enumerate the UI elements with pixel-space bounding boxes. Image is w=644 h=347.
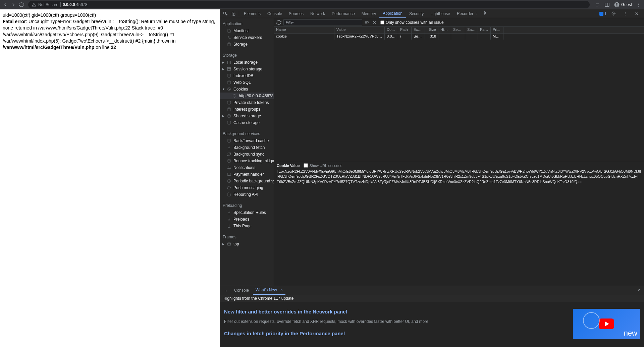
col-size[interactable]: Size	[425, 27, 438, 33]
warning-icon	[32, 2, 36, 7]
refresh-icon[interactable]	[276, 20, 281, 25]
tab-recorder[interactable]: Recorder	[453, 9, 481, 18]
address-bar[interactable]: Not Secure 0.0.0.0:45678	[28, 1, 590, 8]
col-httponly[interactable]: Http...	[438, 27, 451, 33]
sidebar-item-cookies[interactable]: ▼Cookies	[220, 86, 274, 93]
clear-icon[interactable]	[372, 20, 377, 25]
kebab-icon[interactable]	[621, 11, 629, 16]
svg-rect-0	[596, 4, 599, 4]
extensions-icon[interactable]	[595, 2, 600, 7]
devtools-panel: Elements Console Sources Network Perform…	[220, 9, 644, 347]
tab-console[interactable]: Console	[264, 9, 285, 18]
col-name[interactable]: Name	[274, 27, 334, 33]
filter-input[interactable]	[283, 19, 362, 25]
more-tabs-icon[interactable]	[481, 11, 489, 16]
panel-toggle-icon[interactable]	[604, 2, 610, 7]
col-domain[interactable]: Dom...	[385, 27, 398, 33]
col-value[interactable]: Value	[334, 27, 385, 33]
database-icon	[227, 73, 231, 78]
tab-performance[interactable]: Performance	[328, 9, 358, 18]
sidebar-item-reporting-api[interactable]: Reporting API	[220, 191, 274, 198]
tab-lighthouse[interactable]: Lighthouse	[427, 9, 453, 18]
close-drawer-icon[interactable]: ×	[636, 288, 642, 293]
tab-application[interactable]: Application	[379, 9, 406, 18]
only-issue-checkbox[interactable]: Only show cookies with an issue	[380, 20, 444, 25]
svg-point-18	[229, 38, 230, 39]
filter-regex-icon[interactable]: ≡×	[364, 20, 370, 25]
sidebar-item-websql[interactable]: Web SQL	[220, 79, 274, 86]
table-row[interactable]: cookie TzoxNzoiR2FkZ2V0VHdvXEVja... 0.0.…	[274, 34, 644, 40]
col-priority[interactable]: Pri...	[491, 27, 503, 33]
database-icon	[227, 107, 231, 112]
cookies-panel: ≡× Only show cookies with an issue Name …	[274, 18, 644, 286]
table-icon	[227, 60, 231, 65]
whatsnew-paragraph-1: Filter out extension requests, override …	[224, 319, 566, 325]
col-expires[interactable]: Expir...	[412, 27, 425, 33]
forward-button[interactable]	[11, 2, 16, 7]
table-header: Name Value Dom... Path Expir... Size Htt…	[274, 27, 644, 34]
sidebar-item-manifest[interactable]: Manifest	[220, 27, 274, 34]
drawer-tab-console[interactable]: Console	[231, 286, 252, 295]
sidebar-item-indexeddb[interactable]: IndexedDB	[220, 72, 274, 79]
section-frames: Frames	[220, 233, 274, 241]
database-icon	[227, 159, 231, 163]
svg-point-43	[226, 289, 226, 289]
col-partition[interactable]: Partit...	[478, 27, 491, 33]
inspect-icon[interactable]	[221, 11, 229, 16]
sidebar-item-notifications[interactable]: Notifications	[220, 164, 274, 171]
device-icon[interactable]	[229, 11, 237, 16]
sidebar-item-speculation-rules[interactable]: Speculation Rules	[220, 209, 274, 216]
sidebar-item-private-state-tokens[interactable]: Private state tokens	[220, 99, 274, 106]
sidebar-item-interest-groups[interactable]: Interest groups	[220, 106, 274, 113]
col-secure[interactable]: Secure	[451, 27, 465, 33]
page-content: uid=1000(ctf) gid=1000(ctf) groups=1000(…	[0, 9, 220, 347]
issues-badge[interactable]: 1	[599, 12, 606, 16]
svg-rect-1	[596, 5, 599, 5]
sidebar-item-bounce-tracking[interactable]: Bounce tracking mitigations	[220, 158, 274, 164]
tab-elements[interactable]: Elements	[240, 9, 264, 18]
svg-point-7	[638, 3, 639, 3]
sidebar-item-cookie-origin[interactable]: http://0.0.0.0:45678	[220, 93, 274, 99]
url-decoded-checkbox[interactable]: Show URL-decoded	[304, 163, 342, 168]
tab-sources[interactable]: Sources	[285, 9, 307, 18]
database-icon	[227, 120, 231, 125]
close-devtools-icon[interactable]	[633, 11, 641, 16]
close-whatsnew-icon[interactable]: ×	[280, 288, 283, 292]
sidebar-item-service-workers[interactable]: Service workers	[220, 34, 274, 41]
drawer-tab-whatsnew[interactable]: What's New×	[253, 286, 285, 295]
col-path[interactable]: Path	[398, 27, 412, 33]
svg-point-30	[229, 90, 230, 90]
sidebar-item-local-storage[interactable]: ▶Local storage	[220, 59, 274, 66]
tab-security[interactable]: Security	[406, 9, 427, 18]
sidebar-item-cache-storage[interactable]: Cache storage	[220, 119, 274, 126]
sidebar-item-top[interactable]: ▶top	[220, 241, 274, 247]
drawer-kebab-icon[interactable]	[222, 288, 230, 293]
tab-network[interactable]: Network	[307, 9, 328, 18]
cloud-icon	[227, 185, 231, 190]
sidebar-item-session-storage[interactable]: ▶Session storage	[220, 66, 274, 72]
divider	[60, 2, 61, 7]
settings-icon[interactable]	[610, 11, 618, 16]
url-text: 0.0.0.0:45678	[63, 2, 87, 7]
cookie-value-text[interactable]: TzoxNzoiR2FkZ2V0VHdvXEVjaG9lcnMiOjE6e3M6…	[277, 169, 641, 184]
sidebar-item-storage[interactable]: Storage	[220, 41, 274, 48]
profile-button[interactable]: Guest	[614, 2, 632, 8]
tab-memory[interactable]: Memory	[358, 9, 379, 18]
database-icon	[227, 42, 231, 47]
whatsnew-video-thumb[interactable]: new	[573, 309, 640, 339]
sidebar-item-this-page[interactable]: This Page	[220, 223, 274, 229]
sidebar-item-shared-storage[interactable]: ▶Shared storage	[220, 113, 274, 119]
sidebar-item-payment-handler[interactable]: Payment handler	[220, 171, 274, 178]
sidebar-item-background-fetch[interactable]: Background fetch	[220, 144, 274, 151]
reload-button[interactable]	[19, 2, 24, 7]
col-samesite[interactable]: Sam...	[465, 27, 478, 33]
menu-button[interactable]	[636, 2, 641, 7]
sidebar-item-preloads[interactable]: Preloads	[220, 216, 274, 223]
back-button[interactable]	[3, 2, 8, 7]
sidebar-item-periodic-sync[interactable]: Periodic background sync	[220, 178, 274, 184]
sidebar-item-bfcache[interactable]: Back/forward cache	[220, 137, 274, 144]
sidebar-item-background-sync[interactable]: Background sync	[220, 151, 274, 158]
svg-point-31	[233, 95, 236, 98]
bell-icon	[227, 165, 231, 170]
sidebar-item-push-messaging[interactable]: Push messaging	[220, 184, 274, 191]
